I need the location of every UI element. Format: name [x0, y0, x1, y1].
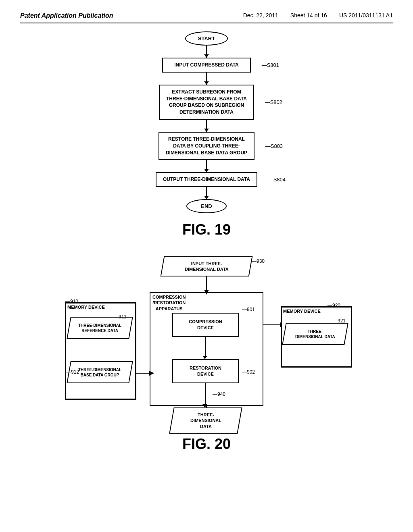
s801-label: —S801 — [262, 62, 279, 68]
fig20-container: INPUT THREE-DIMENSIONAL DATA —930 COMPRE… — [20, 254, 393, 453]
s804-node: OUTPUT THREE-DIMENSIONAL DATA —S804 — [156, 172, 257, 187]
compression-restoration-label: COMPRESSION/RESTORATIONAPPARATUS — [150, 293, 188, 313]
ref-920: —920 — [327, 303, 340, 308]
svg-marker-8 — [149, 371, 154, 376]
arrow1 — [206, 46, 207, 58]
ref-910: —910 — [65, 299, 78, 304]
system-diagram: INPUT THREE-DIMENSIONAL DATA —930 COMPRE… — [53, 254, 360, 428]
fig19-title: FIG. 19 — [182, 221, 231, 238]
patent-number: US 2011/0311131 A1 — [339, 12, 393, 19]
sheet-number: Sheet 14 of 16 — [290, 12, 327, 19]
ref-901: —901 — [242, 307, 255, 312]
output-3d-label: THREE-DIMENSIONALDATA — [190, 412, 221, 429]
output-3d-data: THREE-DIMENSIONALDATA — [169, 407, 242, 434]
publication-title: Patent Application Publication — [20, 12, 113, 19]
input-3d-data: INPUT THREE-DIMENSIONAL DATA — [161, 256, 253, 276]
three-dim-data-right: THREE-DIMENSIONAL DATA — [282, 323, 348, 345]
end-node: END — [186, 199, 227, 213]
arrow4 — [206, 160, 207, 172]
fig19-container: START INPUT COMPRESSED DATA —S801 EXTRAC… — [20, 31, 393, 250]
s802-label: —S802 — [265, 99, 282, 105]
compression-device: COMPRESSIONDEVICE — [172, 313, 239, 337]
three-dim-ref-data: THREE-DIMENSIONALREFERENCE DATA — [67, 317, 133, 339]
publication-date: Dec. 22, 2011 — [243, 12, 278, 19]
s804-label: —S804 — [268, 177, 286, 183]
s802-node: EXTRACT SUBREGION FROMTHREE-DIMENSIONAL … — [159, 85, 254, 120]
start-oval: START — [185, 31, 228, 46]
ref-902: —902 — [242, 369, 255, 375]
rest-to-output-arrowhead — [202, 404, 207, 407]
memory-device-left-label: MEMORY DEVICE — [67, 305, 105, 310]
page-header: Patent Application Publication Dec. 22, … — [20, 12, 393, 23]
ref-911: —911 — [114, 314, 127, 320]
arrow5 — [206, 187, 207, 199]
header-meta: Dec. 22, 2011 Sheet 14 of 16 US 2011/031… — [243, 12, 393, 19]
s803-node: RESTORE THREE-DIMENSIONALDATA BY COUPLIN… — [159, 132, 254, 160]
start-node: START — [185, 31, 228, 46]
ref-940: —940 — [213, 391, 225, 397]
flowchart-fig19: START INPUT COMPRESSED DATA —S801 EXTRAC… — [156, 31, 257, 213]
input-3d-label: INPUT THREE-DIMENSIONAL DATA — [185, 261, 229, 272]
s801-node: INPUT COMPRESSED DATA —S801 — [162, 58, 251, 73]
memory-device-right-label: MEMORY DEVICE — [283, 309, 321, 314]
comp-to-rest-arrowhead — [202, 356, 207, 359]
s803-label: —S803 — [265, 143, 283, 149]
fig20-title: FIG. 20 — [182, 436, 231, 453]
three-dim-base-label: THREE-DIMENSIONALBASE DATA GROUP — [78, 367, 121, 378]
s803-rect: RESTORE THREE-DIMENSIONALDATA BY COUPLIN… — [159, 132, 254, 160]
rest-to-output-arrow — [205, 383, 206, 405]
ref-930: —930 — [252, 258, 265, 264]
s801-rect: INPUT COMPRESSED DATA — [162, 58, 251, 73]
page: Patent Application Publication Dec. 22, … — [0, 0, 413, 532]
ref-912: —912 — [66, 369, 79, 375]
s802-rect: EXTRACT SUBREGION FROMTHREE-DIMENSIONAL … — [159, 85, 254, 120]
three-dim-data-right-label: THREE-DIMENSIONAL DATA — [295, 329, 335, 339]
s804-rect: OUTPUT THREE-DIMENSIONAL DATA — [156, 172, 257, 187]
arrow3 — [206, 120, 207, 132]
three-dim-ref-label: THREE-DIMENSIONALREFERENCE DATA — [78, 323, 121, 333]
end-oval: END — [186, 199, 227, 213]
comp-to-rest-arrow — [205, 337, 206, 357]
arrow2 — [206, 73, 207, 85]
restoration-device: RESTORATIONDEVICE — [172, 359, 239, 383]
